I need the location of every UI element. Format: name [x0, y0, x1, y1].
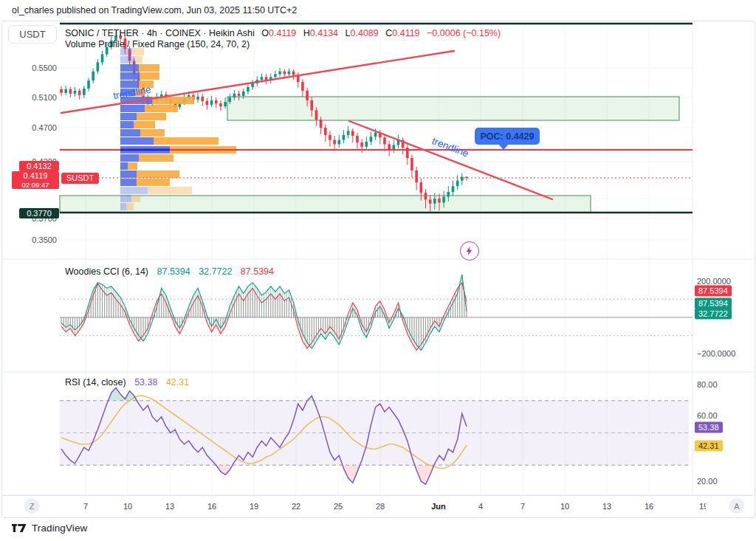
candle	[283, 72, 286, 75]
high-value: 0.4134	[310, 28, 338, 38]
time-tick: 7	[520, 502, 525, 511]
time-tick: 19	[250, 502, 258, 511]
high-label: H	[303, 28, 310, 38]
published-bar-text: ol_charles published on TradingView.com,…	[12, 5, 297, 15]
currency-toggle-button[interactable]: USDT	[8, 25, 57, 44]
candle	[261, 77, 264, 80]
candle	[219, 103, 222, 106]
low-value: 0.4089	[351, 28, 379, 38]
price-axis-label: 0.4700	[11, 123, 57, 132]
tradingview-logo-icon[interactable]	[12, 523, 27, 533]
candle	[64, 89, 67, 93]
vp-buy-bar	[120, 105, 145, 112]
change-value: −0.0006 (−0.15%)	[427, 28, 501, 38]
candle	[265, 77, 268, 80]
candle	[410, 158, 413, 170]
candle	[215, 100, 218, 103]
time-tick: 16	[645, 502, 653, 511]
vp-sell-bar	[145, 105, 178, 112]
cci-axis-badge: 87.5394	[695, 298, 732, 309]
zoom-out-badge[interactable]: Z	[24, 498, 40, 514]
price-axis-badge: 0.4132	[19, 161, 59, 171]
time-tick: 25	[334, 502, 343, 511]
close-value: 0.4119	[392, 28, 419, 38]
vp-buy-bar	[120, 170, 137, 178]
candle	[356, 136, 359, 142]
footer: TradingView	[12, 523, 87, 534]
rsi-value: 53.38	[134, 377, 157, 387]
candle	[74, 91, 77, 94]
symbol-title[interactable]: SONIC / TETHER · 4h · COINEX · Heikin As…	[65, 28, 255, 38]
price-axis-label: 0.5500	[11, 63, 57, 72]
cci-value-1: 87.5394	[157, 266, 190, 277]
poc-price-label[interactable]: POC: 0.4429	[475, 128, 540, 145]
candle	[310, 100, 313, 110]
time-tick: 4	[478, 502, 483, 511]
candle	[315, 110, 318, 120]
vp-sell-bar	[140, 129, 165, 137]
rsi-axis-label: 60.00	[697, 411, 718, 420]
rsi-legend-title[interactable]: RSI (14, close)	[65, 377, 126, 387]
instant-trade-button[interactable]	[460, 241, 479, 261]
vp-buy-bar	[120, 195, 131, 202]
time-tick: 19	[699, 502, 706, 511]
vp-sell-bar	[128, 162, 137, 170]
vp-buy-bar	[120, 121, 134, 128]
price-axis-label: 0.5100	[11, 93, 57, 102]
symbol-legend[interactable]: SONIC / TETHER · 4h · COINEX · Heikin As…	[65, 28, 501, 38]
rsi-legend[interactable]: RSI (14, close) 53.38 42.31	[65, 377, 189, 387]
vp-buy-bar	[120, 72, 140, 80]
vp-sell-bar	[135, 56, 142, 63]
candle	[433, 199, 436, 204]
vp-sell-bar	[134, 121, 155, 128]
rsi-axis-badge: 42.31	[695, 441, 723, 452]
cci-legend[interactable]: Woodies CCI (6, 14) 87.5394 32.7722 87.5…	[65, 266, 274, 277]
candle	[337, 140, 340, 145]
tradingview-brand-text[interactable]: TradingView	[32, 523, 87, 534]
volume-profile-legend[interactable]: Volume Profile / Fixed Range (150, 24, 7…	[65, 39, 250, 49]
vp-buy-bar	[120, 162, 128, 170]
vp-sell-bar	[137, 170, 179, 178]
rsi-axis-badge: 53.38	[695, 422, 723, 433]
cci-legend-title[interactable]: Woodies CCI (6, 14)	[65, 266, 148, 277]
time-axis[interactable]: 710131619222528Jun4710131619ZA	[2, 495, 753, 517]
candle	[247, 87, 250, 92]
vp-sell-bar	[137, 179, 170, 186]
candle	[360, 142, 363, 147]
candle	[329, 135, 331, 140]
candle	[452, 186, 455, 192]
candle	[324, 128, 327, 135]
chart-card: USDT SONIC / TETHER · 4h · COINEX · Heik…	[1, 21, 755, 518]
vp-buy-bar	[120, 179, 137, 186]
vp-buy-bar	[120, 129, 140, 137]
vp-sell-bar	[139, 154, 173, 162]
cci-axis-badge: 32.7722	[695, 309, 732, 320]
candle	[374, 133, 377, 137]
vp-buy-bar	[120, 56, 135, 63]
low-label: L	[346, 28, 351, 38]
candle	[442, 196, 445, 202]
supply-zone[interactable]	[227, 97, 679, 120]
candle	[201, 97, 204, 101]
candle	[306, 91, 309, 100]
candle	[370, 137, 373, 142]
symbol-price-badge[interactable]: SUSDT	[61, 173, 99, 184]
auto-scale-badge[interactable]: A	[729, 498, 745, 514]
candle	[343, 135, 346, 140]
candle	[393, 145, 396, 150]
candle	[292, 72, 295, 75]
candle	[224, 102, 227, 106]
candle	[206, 101, 209, 105]
candle	[438, 199, 441, 202]
time-tick: 13	[165, 502, 174, 511]
candle	[92, 72, 94, 80]
vp-sell-bar	[126, 203, 134, 210]
vp-sell-bar	[131, 195, 140, 202]
cci-value-2: 32.7722	[199, 266, 232, 277]
rsi-ma-value: 42.31	[166, 377, 189, 387]
open-value: 0.4119	[269, 28, 296, 38]
candle	[78, 91, 81, 95]
vp-buy-bar	[120, 154, 139, 162]
candle	[447, 192, 450, 197]
candle	[83, 89, 86, 95]
